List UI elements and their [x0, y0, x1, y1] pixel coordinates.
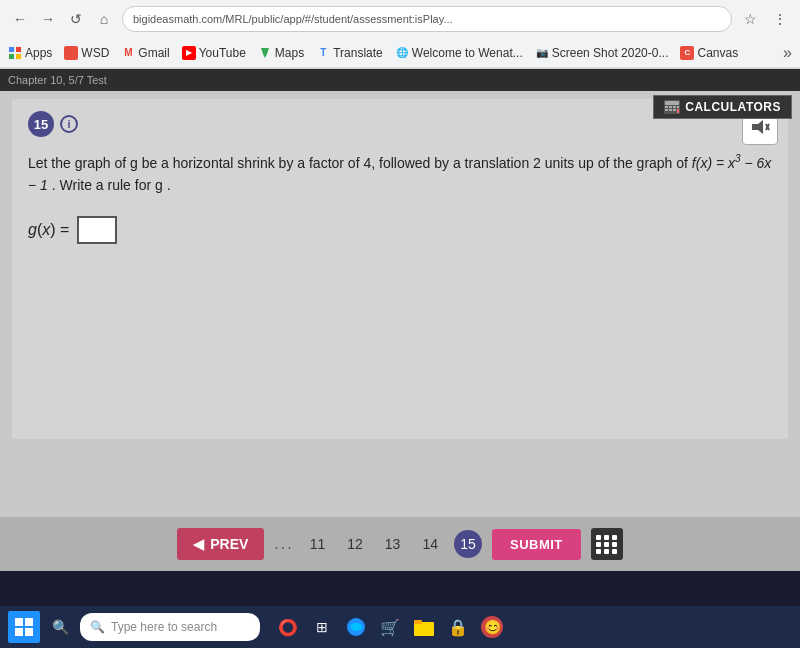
taskbar-cortana-icon[interactable]: ⭕	[276, 615, 300, 639]
youtube-icon: ▶	[182, 46, 196, 60]
windows-icon	[15, 618, 33, 636]
submit-label: SUBMIT	[510, 537, 563, 552]
star-button[interactable]: ☆	[738, 7, 762, 31]
search-placeholder-text: Type here to search	[111, 620, 217, 634]
question-text-part3: . Write a rule for g .	[52, 177, 171, 193]
search-icon: 🔍	[90, 620, 105, 634]
forward-button[interactable]: →	[36, 7, 60, 31]
more-button[interactable]: ⋮	[768, 7, 792, 31]
taskbar-lock-icon[interactable]: 🔒	[446, 615, 470, 639]
taskbar: 🔍 🔍 Type here to search ⭕ ⊞ 🛒 🔒 😊	[0, 606, 800, 648]
svg-rect-7	[665, 106, 668, 108]
svg-rect-12	[669, 109, 672, 111]
bookmark-wenat[interactable]: 🌐 Welcome to Wenat...	[395, 46, 523, 60]
nav-arrows: ← → ↺ ⌂	[8, 7, 116, 31]
question-text-part1: Let the graph of g be a horizontal shrin…	[28, 155, 688, 171]
screenshot-icon: 📷	[535, 46, 549, 60]
taskbar-icons: ⭕ ⊞ 🛒 🔒 😊	[276, 615, 504, 639]
wenat-icon: 🌐	[395, 46, 409, 60]
bookmark-screenshot[interactable]: 📷 Screen Shot 2020-0...	[535, 46, 669, 60]
svg-rect-18	[15, 618, 23, 626]
page-content: Chapter 10, 5/7 Test CALCULATORS	[0, 69, 800, 571]
url-text: bigideasmath.com/MRL/public/app/#/studen…	[133, 13, 453, 25]
bookmark-gmail[interactable]: M Gmail	[121, 46, 169, 60]
bookmark-maps-label: Maps	[275, 46, 304, 60]
taskbar-profile-icon[interactable]: 😊	[480, 615, 504, 639]
prev-label: PREV	[210, 536, 248, 552]
back-button[interactable]: ←	[8, 7, 32, 31]
page-13[interactable]: 13	[379, 532, 407, 556]
taskbar-grid-icon[interactable]: ⊞	[310, 615, 334, 639]
bookmark-wsd-label: WSD	[81, 46, 109, 60]
question-text: Let the graph of g be a horizontal shrin…	[28, 151, 772, 196]
svg-rect-9	[673, 106, 676, 108]
browser-chrome: ← → ↺ ⌂ bigideasmath.com/MRL/public/app/…	[0, 0, 800, 69]
svg-rect-2	[9, 54, 14, 59]
calculators-button[interactable]: CALCULATORS	[653, 95, 792, 119]
mute-icon	[750, 117, 770, 137]
calculator-icon	[664, 100, 680, 114]
bookmark-translate-label: Translate	[333, 46, 383, 60]
grid-button[interactable]	[591, 528, 623, 560]
svg-marker-4	[261, 48, 269, 58]
nav-bar: ← → ↺ ⌂ bigideasmath.com/MRL/public/app/…	[0, 0, 800, 38]
submit-button[interactable]: SUBMIT	[492, 529, 581, 560]
answer-box[interactable]	[77, 216, 117, 244]
edge-icon	[346, 617, 366, 637]
svg-rect-11	[665, 109, 668, 111]
bookmark-maps[interactable]: Maps	[258, 46, 304, 60]
svg-rect-10	[677, 106, 679, 108]
taskbar-search-icon[interactable]: 🔍	[48, 615, 72, 639]
bookmark-translate[interactable]: T Translate	[316, 46, 383, 60]
translate-icon: T	[316, 46, 330, 60]
page-14[interactable]: 14	[416, 532, 444, 556]
address-bar[interactable]: bigideasmath.com/MRL/public/app/#/studen…	[122, 6, 732, 32]
grid-dots-icon	[596, 535, 618, 554]
chapter-text: Chapter 10, 5/7 Test	[8, 74, 107, 86]
svg-marker-15	[752, 120, 763, 134]
ellipsis: ...	[274, 535, 293, 553]
apps-icon	[8, 46, 22, 60]
bookmark-apps[interactable]: Apps	[8, 46, 52, 60]
page-15-current[interactable]: 15	[454, 530, 482, 558]
current-page-label: 15	[460, 536, 476, 552]
bookmark-canvas[interactable]: C Canvas	[680, 46, 738, 60]
bookmark-wsd[interactable]: WSD	[64, 46, 109, 60]
page-12[interactable]: 12	[341, 532, 369, 556]
svg-rect-20	[15, 628, 23, 636]
bookmark-apps-label: Apps	[25, 46, 52, 60]
bookmark-gmail-label: Gmail	[138, 46, 169, 60]
taskbar-browser-icon[interactable]	[344, 615, 368, 639]
canvas-icon: C	[680, 46, 694, 60]
answer-label: g(x) =	[28, 221, 69, 239]
svg-rect-19	[25, 618, 33, 626]
svg-rect-23	[414, 622, 434, 636]
svg-rect-14	[677, 109, 679, 113]
answer-area: g(x) =	[28, 216, 772, 244]
taskbar-store-icon[interactable]: 🛒	[378, 615, 402, 639]
more-bookmarks[interactable]: »	[783, 44, 792, 62]
bookmarks-bar: Apps WSD M Gmail ▶ YouTube Maps T	[0, 38, 800, 68]
prev-arrow-icon: ◀	[193, 536, 204, 552]
question-number: 15	[28, 111, 54, 137]
svg-rect-6	[665, 101, 679, 105]
svg-rect-8	[669, 106, 672, 108]
calculators-label: CALCULATORS	[685, 100, 781, 114]
taskbar-search-bar[interactable]: 🔍 Type here to search	[80, 613, 260, 641]
info-icon[interactable]: i	[60, 115, 78, 133]
svg-rect-0	[9, 47, 14, 52]
bookmark-youtube[interactable]: ▶ YouTube	[182, 46, 246, 60]
wsd-icon	[64, 46, 78, 60]
windows-start-button[interactable]	[8, 611, 40, 643]
bookmark-screenshot-label: Screen Shot 2020-0...	[552, 46, 669, 60]
bookmark-youtube-label: YouTube	[199, 46, 246, 60]
page-11[interactable]: 11	[304, 532, 332, 556]
refresh-button[interactable]: ↺	[64, 7, 88, 31]
prev-button[interactable]: ◀ PREV	[177, 528, 264, 560]
svg-rect-1	[16, 47, 21, 52]
bottom-navigation: ◀ PREV ... 11 12 13 14 15 SUBMIT	[0, 517, 800, 571]
home-button[interactable]: ⌂	[92, 7, 116, 31]
gmail-icon: M	[121, 46, 135, 60]
bookmark-wenat-label: Welcome to Wenat...	[412, 46, 523, 60]
taskbar-explorer-icon[interactable]	[412, 615, 436, 639]
